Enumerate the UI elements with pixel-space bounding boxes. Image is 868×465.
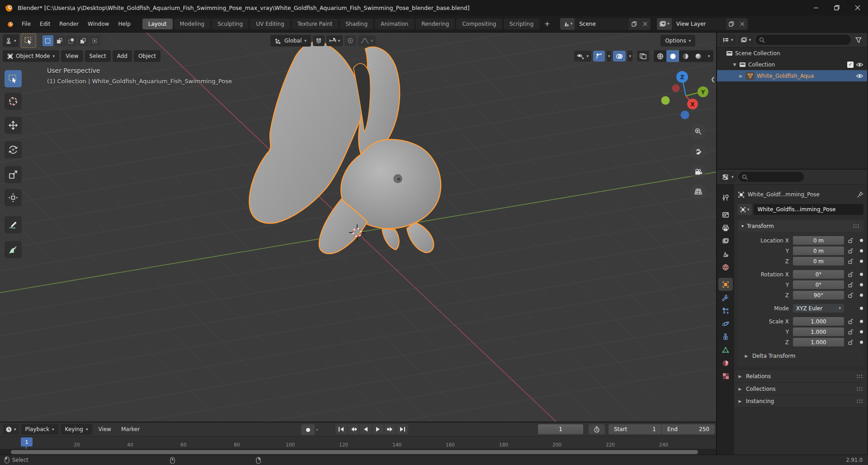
menu-object[interactable]: Object: [134, 50, 160, 62]
visibility-dropdown[interactable]: ▾: [574, 51, 591, 62]
sidebar-collapse-arrow[interactable]: ❮: [711, 76, 715, 82]
tab-sculpting[interactable]: Sculpting: [212, 19, 249, 29]
relations-panel[interactable]: ▶ Relations: [734, 370, 867, 382]
scale-x-field[interactable]: 1.000: [793, 317, 844, 326]
tab-physics[interactable]: [718, 317, 733, 330]
animate-dot[interactable]: [860, 273, 863, 276]
minimize-button[interactable]: [806, 0, 826, 15]
expand-icon[interactable]: ▼: [732, 62, 737, 67]
shading-rendered-button[interactable]: [692, 50, 704, 62]
lock-icon[interactable]: [844, 339, 856, 345]
snap-target-dropdown[interactable]: ▾: [326, 35, 343, 46]
tool-cursor[interactable]: [5, 93, 22, 110]
location-y-field[interactable]: 0 m: [793, 247, 844, 255]
gizmo-axis-z-neg[interactable]: [681, 111, 689, 119]
add-workspace-button[interactable]: +: [541, 19, 554, 29]
3d-viewport[interactable]: Z Y X ▾: [0, 33, 716, 422]
outliner-editor-type-button[interactable]: ▾: [720, 34, 736, 45]
jump-to-end-button[interactable]: [396, 424, 408, 434]
outliner-row-scene-collection[interactable]: Scene Collection: [717, 47, 867, 59]
tab-tool[interactable]: [718, 191, 733, 204]
proportional-editing-button[interactable]: [344, 35, 356, 46]
playback-menu[interactable]: Playback▾: [21, 424, 59, 435]
scale-z-field[interactable]: 1.000: [793, 338, 844, 346]
tab-material[interactable]: [718, 356, 733, 370]
fish-pectoral-fin[interactable]: [407, 223, 434, 252]
animate-dot[interactable]: [860, 330, 863, 333]
animate-dot[interactable]: [860, 320, 863, 323]
properties-search-input[interactable]: [738, 172, 804, 182]
tool-scale[interactable]: [5, 166, 22, 183]
animate-dot[interactable]: [860, 294, 863, 297]
pin-icon[interactable]: [857, 191, 863, 198]
app-menu-button[interactable]: [4, 19, 17, 29]
end-frame-field[interactable]: End250: [662, 424, 715, 434]
expand-icon[interactable]: ▶: [739, 74, 743, 78]
tab-render[interactable]: [718, 208, 733, 221]
shading-dropdown[interactable]: ▾: [704, 50, 713, 62]
tab-scripting[interactable]: Scripting: [504, 19, 539, 29]
select-mode-subtract[interactable]: [66, 35, 77, 46]
animate-dot[interactable]: [860, 341, 863, 344]
lock-icon[interactable]: [844, 271, 856, 277]
filter-icon[interactable]: [853, 34, 864, 45]
jump-to-start-button[interactable]: [335, 424, 347, 434]
menu-help[interactable]: Help: [113, 19, 135, 29]
object-id-icon-button[interactable]: ▾: [738, 204, 752, 215]
collections-panel[interactable]: ▶ Collections: [734, 382, 867, 395]
scale-y-field[interactable]: 1.000: [793, 327, 844, 336]
tab-uv-editing[interactable]: UV Editing: [250, 19, 290, 29]
shading-solid-button[interactable]: [666, 50, 679, 62]
scene-name[interactable]: Scene: [575, 21, 629, 27]
play-reverse-button[interactable]: [360, 424, 372, 434]
auto-keying-dropdown[interactable]: ▾: [315, 424, 320, 435]
transform-panel-header[interactable]: ▾ Transform: [738, 220, 863, 232]
select-mode-set[interactable]: [42, 35, 53, 46]
gizmos-toggle[interactable]: [593, 51, 605, 62]
new-scene-button[interactable]: [629, 18, 640, 30]
tab-rendering[interactable]: Rendering: [415, 19, 455, 29]
menu-add[interactable]: Add: [113, 50, 132, 62]
use-preview-range-toggle[interactable]: [589, 424, 605, 434]
tool-select-box[interactable]: [5, 70, 22, 87]
outliner-row-collection[interactable]: ▼ Collection ✓: [717, 59, 867, 70]
axis-gizmo[interactable]: Z Y X: [661, 71, 709, 119]
active-tool-box-select[interactable]: [21, 33, 36, 48]
viewport-canvas[interactable]: Z Y X: [0, 33, 716, 422]
outliner-display-mode-button[interactable]: ▾: [738, 34, 754, 45]
pan-button[interactable]: [691, 144, 706, 159]
overlays-dropdown[interactable]: ▾: [627, 51, 632, 62]
playhead[interactable]: 1: [21, 437, 33, 446]
tab-modeling[interactable]: Modeling: [174, 19, 211, 29]
snap-toggle-button[interactable]: [313, 35, 325, 46]
instancing-panel[interactable]: ▶ Instancing: [734, 395, 867, 408]
tool-move[interactable]: [5, 117, 22, 134]
timeline-view-menu[interactable]: View: [94, 424, 115, 434]
panel-drag-handle[interactable]: [856, 387, 863, 391]
lock-icon[interactable]: [844, 258, 856, 264]
menu-file[interactable]: File: [17, 19, 35, 29]
keying-menu[interactable]: Keying▾: [61, 424, 93, 435]
camera-view-button[interactable]: [691, 165, 706, 180]
menu-render[interactable]: Render: [55, 19, 83, 29]
proportional-falloff-dropdown[interactable]: ▾: [358, 35, 376, 46]
outliner-search-input[interactable]: [755, 35, 851, 45]
timeline-ruler[interactable]: 20 40 60 80 100 120 140 160 180 200 220 …: [0, 436, 716, 449]
lock-icon[interactable]: [844, 282, 856, 288]
tab-texture[interactable]: [718, 370, 733, 383]
select-mode-extend[interactable]: [54, 35, 65, 46]
tab-object[interactable]: [718, 278, 733, 291]
animate-dot[interactable]: [860, 307, 863, 310]
rotation-x-field[interactable]: 0°: [793, 270, 844, 279]
menu-view[interactable]: View: [61, 50, 83, 62]
unlink-scene-button[interactable]: [640, 18, 651, 30]
zoom-button[interactable]: [691, 124, 706, 139]
object-name-input[interactable]: White_Goldfis...imming_Pose: [754, 204, 863, 215]
object-visibility-eye-icon[interactable]: [856, 73, 863, 79]
select-mode-intersect[interactable]: [90, 35, 100, 46]
auto-keying-toggle[interactable]: [301, 424, 315, 435]
shading-material-button[interactable]: [679, 50, 692, 62]
lock-icon[interactable]: [844, 237, 856, 243]
panel-drag-handle[interactable]: [856, 374, 863, 379]
location-x-field[interactable]: 0 m: [793, 236, 844, 245]
